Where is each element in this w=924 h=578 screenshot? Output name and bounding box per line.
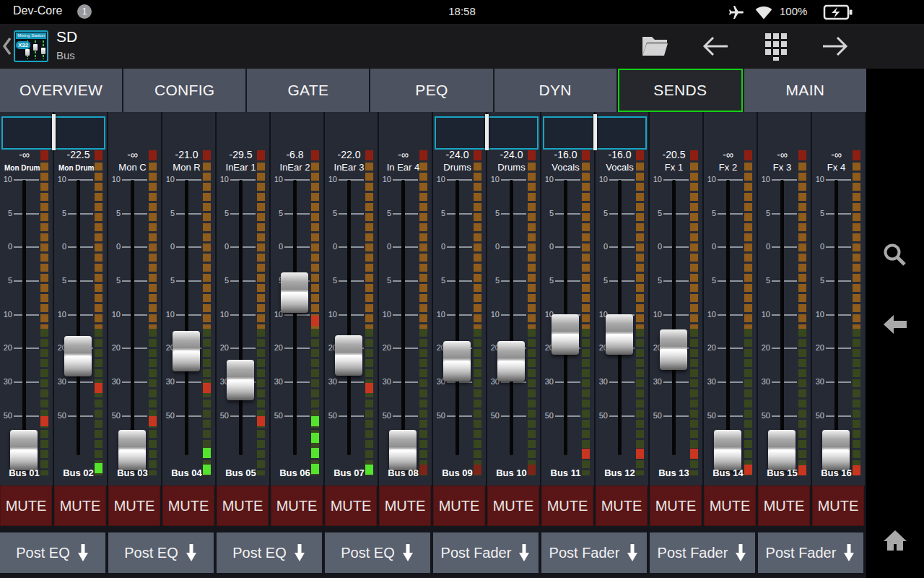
dropdown-arrow-icon [293, 543, 306, 563]
folder-icon[interactable] [640, 34, 670, 59]
level-meter [582, 150, 590, 475]
bus-label: Bus 02 [54, 467, 103, 478]
mute-button-bus-01[interactable]: MUTE [0, 486, 52, 526]
mute-button-bus-03[interactable]: MUTE [108, 486, 160, 526]
fader-knob[interactable] [64, 336, 92, 376]
fader-track[interactable] [22, 180, 26, 455]
channel-strip: -6.8 InEar 2 1050510203050 Bus 06 [271, 112, 325, 486]
tap-label: Post EQ [341, 545, 394, 561]
fader-knob[interactable] [714, 430, 741, 470]
fader-knob[interactable] [822, 430, 850, 470]
fader-knob[interactable] [10, 430, 38, 470]
dropdown-arrow-icon [734, 543, 747, 563]
mute-row: MUTEMUTEMUTEMUTEMUTEMUTEMUTEMUTEMUTEMUTE… [0, 486, 866, 527]
send-tap-dropdown-8[interactable]: Post Fader [758, 532, 863, 573]
mute-button-bus-06[interactable]: MUTE [271, 486, 323, 526]
mute-button-bus-15[interactable]: MUTE [758, 486, 810, 526]
mute-button-bus-16[interactable]: MUTE [812, 486, 864, 526]
channel-strip: -∞ Fx 3 1050510203050 Bus 15 [758, 112, 812, 486]
fader-knob[interactable] [606, 314, 633, 355]
tap-label: Post Fader [441, 545, 512, 561]
tab-gate[interactable]: GATE [247, 69, 369, 112]
bus-label: Bus 08 [379, 467, 427, 478]
app-bar: Mixing Station X32 SD Bus [0, 24, 924, 69]
fader-track[interactable] [726, 180, 730, 455]
fader-knob[interactable] [497, 341, 525, 381]
dropdown-arrow-icon [77, 543, 90, 563]
send-tap-dropdown-1[interactable]: Post EQ [0, 532, 105, 573]
fader-track[interactable] [456, 180, 459, 455]
mute-button-bus-04[interactable]: MUTE [162, 486, 214, 526]
fader-knob[interactable] [281, 272, 308, 313]
fader-track[interactable] [185, 180, 188, 455]
mute-button-bus-13[interactable]: MUTE [650, 486, 702, 526]
send-tap-dropdown-5[interactable]: Post Fader [433, 532, 539, 573]
fader-track[interactable] [347, 180, 351, 455]
fader-track[interactable] [239, 180, 243, 455]
channel-strip: -20.5 Fx 1 1050510203050 Bus 13 [650, 112, 704, 486]
wifi-icon [754, 4, 774, 20]
tab-sends[interactable]: SENDS [618, 69, 743, 112]
fader-track[interactable] [672, 180, 676, 455]
level-meter [474, 150, 481, 475]
fader-track[interactable] [77, 180, 80, 455]
mute-button-bus-12[interactable]: MUTE [596, 486, 648, 526]
tab-dyn[interactable]: DYN [494, 69, 616, 112]
bus-label: Bus 11 [541, 467, 590, 478]
fader-knob[interactable] [660, 329, 687, 370]
arrow-right-icon[interactable] [821, 35, 849, 57]
fader-knob[interactable] [173, 331, 200, 371]
level-meter [690, 150, 698, 475]
fader-knob[interactable] [443, 341, 471, 381]
thick-arrow-left-icon[interactable] [882, 314, 908, 335]
fader-knob[interactable] [335, 335, 362, 376]
mute-button-bus-09[interactable]: MUTE [433, 486, 485, 526]
fader-track[interactable] [401, 180, 405, 455]
arrow-left-icon[interactable] [702, 35, 729, 57]
mute-button-bus-05[interactable]: MUTE [217, 486, 269, 526]
mute-button-bus-11[interactable]: MUTE [541, 486, 593, 526]
tab-main[interactable]: MAIN [744, 69, 866, 112]
fader-track[interactable] [510, 180, 513, 455]
send-tap-dropdown-2[interactable]: Post EQ [108, 532, 214, 573]
send-tap-dropdown-7[interactable]: Post Fader [650, 532, 755, 573]
send-tap-dropdown-3[interactable]: Post EQ [217, 532, 322, 573]
battery-percent: 100% [780, 5, 807, 17]
dropdown-arrow-icon [842, 543, 855, 563]
fader-track[interactable] [131, 180, 134, 455]
mute-button-bus-08[interactable]: MUTE [379, 486, 431, 526]
fader-track[interactable] [293, 180, 297, 455]
mute-button-bus-10[interactable]: MUTE [487, 486, 539, 526]
fader-track[interactable] [834, 180, 838, 455]
bus-label: Bus 03 [108, 467, 157, 478]
fader-knob[interactable] [227, 360, 254, 400]
channel-strip: -∞ Fx 4 1050510203050 Bus 16 [812, 112, 866, 486]
tab-overview[interactable]: OVERVIEW [0, 69, 122, 112]
level-meter [798, 150, 806, 475]
fader-knob[interactable] [118, 430, 146, 470]
level-meter [40, 150, 48, 475]
tab-peq[interactable]: PEQ [370, 69, 492, 112]
send-tap-dropdown-4[interactable]: Post EQ [325, 532, 430, 573]
bus-label: Bus 05 [217, 467, 265, 478]
channel-strip: -22.5 Mon Drums 1050510203050 Bus 02 [54, 112, 108, 486]
back-chevron-icon[interactable] [2, 37, 12, 56]
mixing-station-app-icon[interactable]: Mixing Station X32 [14, 30, 48, 62]
tap-label: Post EQ [16, 545, 69, 561]
fader-knob[interactable] [552, 314, 579, 355]
dialpad-icon[interactable] [764, 33, 788, 61]
mute-button-bus-14[interactable]: MUTE [704, 486, 756, 526]
tab-config[interactable]: CONFIG [123, 69, 245, 112]
bus-label: Bus 10 [487, 467, 536, 478]
channel-strips: -∞ Mon Drums 1050510203050 Bus 01 -22.5 … [0, 112, 866, 486]
home-icon[interactable] [882, 529, 908, 552]
fader-track[interactable] [780, 180, 784, 455]
mute-button-bus-07[interactable]: MUTE [325, 486, 377, 526]
fader-knob[interactable] [768, 430, 796, 470]
search-icon[interactable] [882, 242, 908, 268]
send-tap-dropdown-6[interactable]: Post Fader [541, 532, 647, 573]
channel-strip: -∞ In Ear 4 1050510203050 Bus 08 [379, 112, 433, 486]
mute-button-bus-02[interactable]: MUTE [54, 486, 106, 526]
level-meter [95, 150, 103, 475]
fader-knob[interactable] [389, 430, 417, 470]
